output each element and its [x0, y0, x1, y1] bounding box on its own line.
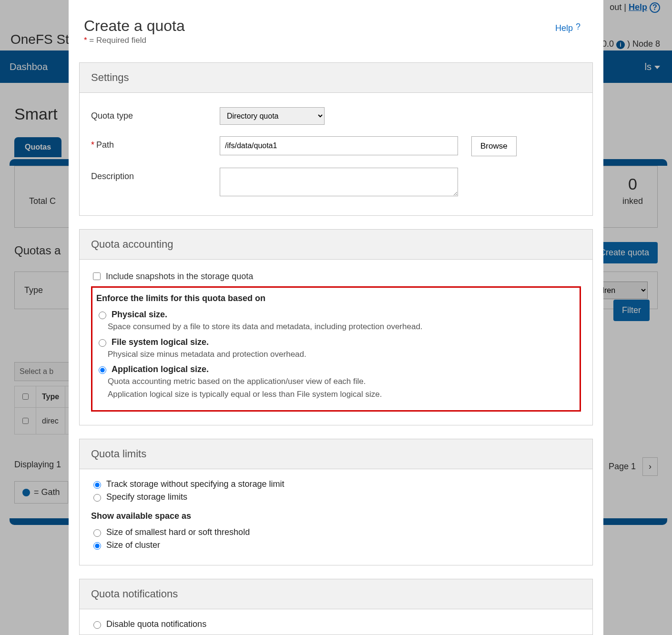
browse-button[interactable]: Browse: [471, 136, 517, 156]
space-smallest-label: Size of smallest hard or soft threshold: [106, 527, 250, 537]
quota-type-label: Quota type: [91, 107, 220, 121]
disable-notifications-label: Disable quota notifications: [106, 619, 206, 629]
quota-accounting-card: Quota accounting Include snapshots in th…: [79, 229, 593, 425]
notifications-heading: Quota notifications: [80, 579, 592, 609]
fs-logical-size-label: File system logical size.: [112, 337, 209, 347]
limits-heading: Quota limits: [80, 439, 592, 469]
track-storage-radio[interactable]: [93, 481, 101, 489]
physical-size-label: Physical size.: [112, 310, 167, 320]
modal-help-link[interactable]: Help ?: [555, 22, 588, 34]
app-logical-size-desc2: Application logical size is typically eq…: [96, 389, 576, 401]
specify-limits-label: Specify storage limits: [106, 492, 187, 502]
disable-notifications-radio[interactable]: [93, 621, 101, 629]
include-snapshots-checkbox[interactable]: [93, 272, 101, 280]
required-field-note: * = Required field: [84, 36, 185, 45]
create-quota-modal: Create a quota * = Required field Help ?…: [69, 0, 603, 635]
enforce-limits-highlight: Enforce the limits for this quota based …: [91, 286, 581, 412]
fs-logical-size-radio[interactable]: [99, 339, 106, 347]
show-space-heading: Show available space as: [91, 511, 581, 521]
accounting-heading: Quota accounting: [80, 230, 592, 260]
physical-size-desc: Space consumed by a file to store its da…: [96, 321, 576, 333]
include-snapshots-label: Include snapshots in the storage quota: [106, 272, 253, 282]
description-label: Description: [91, 168, 220, 181]
quota-type-select[interactable]: Directory quota: [220, 107, 325, 125]
description-textarea[interactable]: [220, 168, 458, 196]
settings-heading: Settings: [80, 63, 592, 93]
app-logical-size-radio[interactable]: [99, 366, 106, 374]
quota-notifications-card: Quota notifications Disable quota notifi…: [79, 579, 593, 635]
app-logical-size-label: Application logical size.: [112, 364, 209, 374]
specify-limits-radio[interactable]: [93, 494, 101, 502]
app-logical-size-desc1: Quota accounting metric based on the app…: [96, 376, 576, 388]
fs-logical-size-desc: Physical size minus metadata and protect…: [96, 349, 576, 361]
quota-limits-card: Quota limits Track storage without speci…: [79, 439, 593, 565]
physical-size-radio[interactable]: [99, 312, 106, 319]
space-smallest-radio[interactable]: [93, 529, 101, 537]
path-input[interactable]: [220, 136, 458, 155]
track-storage-label: Track storage without specifying a stora…: [106, 479, 285, 489]
path-label: *Path: [91, 136, 220, 150]
help-icon: ?: [576, 22, 588, 34]
modal-title: Create a quota: [84, 17, 185, 35]
space-cluster-label: Size of cluster: [106, 540, 160, 550]
settings-card: Settings Quota type Directory quota *Pat…: [79, 62, 593, 216]
space-cluster-radio[interactable]: [93, 542, 101, 550]
enforce-heading: Enforce the limits for this quota based …: [96, 293, 576, 303]
